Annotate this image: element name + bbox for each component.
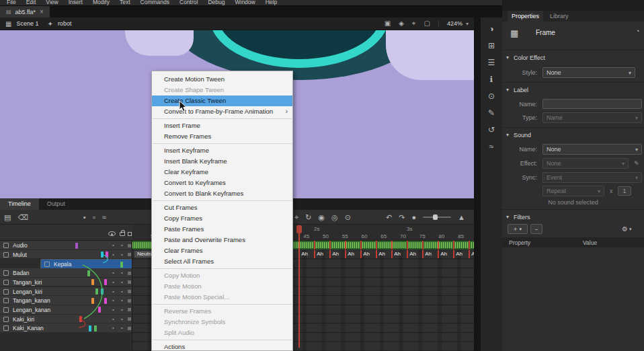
layer-row-audio[interactable]: Audio•• <box>0 241 132 250</box>
outline-color-swatch[interactable] <box>128 272 131 275</box>
section-filters[interactable]: ▾ Filters <box>502 213 644 223</box>
menu-item-copy-frames[interactable]: Copy Frames <box>152 213 292 224</box>
edit-sound-envelope-icon[interactable]: ✎ <box>634 160 639 167</box>
tween-view-icon[interactable]: ▪ <box>83 214 86 221</box>
close-tab-icon[interactable]: × <box>40 8 44 15</box>
lock-dot[interactable]: • <box>121 325 123 331</box>
lock-dot[interactable]: • <box>121 297 123 303</box>
menu-commands[interactable]: Commands <box>140 0 169 5</box>
delete-layer-icon[interactable]: ⌫ <box>17 214 28 221</box>
step-forward-icon[interactable]: ↷ <box>399 214 405 221</box>
document-tab[interactable]: ▤ ab5.fla* × <box>0 6 50 17</box>
timeline-resize-view-icon[interactable]: ▲ <box>458 214 465 221</box>
layer-row-mulut[interactable]: Mulut•• <box>0 250 132 260</box>
lock-dot[interactable]: • <box>121 307 123 313</box>
center-frame-icon[interactable]: ⌖ <box>294 214 298 221</box>
transform-icon[interactable]: ⊙ <box>483 90 499 102</box>
zoom-control[interactable]: 424% ▾ <box>438 20 469 27</box>
outline-color-swatch[interactable] <box>128 280 131 284</box>
outline-all-icon[interactable] <box>128 232 132 236</box>
menu-item-insert-blank-keyframe[interactable]: Insert Blank Keyframe <box>152 156 292 167</box>
layer-options-icon[interactable]: ▤ <box>4 214 11 221</box>
remove-filter-button[interactable]: − <box>530 224 542 234</box>
visibility-dot[interactable]: • <box>112 288 114 295</box>
outline-color-swatch[interactable] <box>128 299 131 303</box>
layer-row-lengan_kanan[interactable]: Lengan_kanan•• <box>0 305 132 315</box>
section-sound[interactable]: ▾ Sound <box>502 131 644 141</box>
fill-stage-icon[interactable]: ◈ <box>399 20 404 28</box>
tab-library[interactable]: Library <box>546 11 573 22</box>
menu-item-clear-frames[interactable]: Clear Frames <box>152 245 292 256</box>
menu-item-insert-keyframe[interactable]: Insert Keyframe <box>152 145 292 156</box>
tab-output[interactable]: Output <box>39 198 73 210</box>
layer-row-kaki_kiri[interactable]: Kaki_kiri•• <box>0 315 132 324</box>
onion-outline-icon[interactable]: ◎ <box>331 214 338 221</box>
section-color-effect[interactable]: ▾ Color Effect <box>502 54 644 63</box>
menu-item-paste-and-overwrite-frames[interactable]: Paste and Overwrite Frames <box>152 235 292 245</box>
menu-item-paste-frames[interactable]: Paste Frames <box>152 224 292 235</box>
outline-color-swatch[interactable] <box>128 290 131 293</box>
lock-dot[interactable]: • <box>121 288 123 295</box>
menu-help[interactable]: Help <box>266 0 277 5</box>
section-label[interactable]: ▾ Label <box>502 86 644 95</box>
lock-dot[interactable]: • <box>121 270 123 276</box>
swatches-icon[interactable]: ⊞ <box>483 40 499 52</box>
menu-item-remove-frames[interactable]: Remove Frames <box>152 131 292 142</box>
visibility-dot[interactable]: • <box>112 251 114 258</box>
menu-item-insert-frame[interactable]: Insert Frame <box>152 120 292 131</box>
playhead[interactable] <box>296 225 302 233</box>
layer-row-badan[interactable]: Badan•• <box>0 268 132 278</box>
camera-icon[interactable]: ▣ <box>385 20 391 28</box>
breadcrumb-symbol[interactable]: robot <box>58 20 72 27</box>
info-icon[interactable]: ℹ <box>483 73 499 85</box>
visibility-dot[interactable]: • <box>112 316 114 322</box>
timeline-zoom-slider[interactable] <box>423 217 451 218</box>
history-icon[interactable]: ↺ <box>483 124 499 136</box>
layer-row-tangan_kiri[interactable]: Tangan_kiri•• <box>0 278 132 287</box>
lock-all-icon[interactable] <box>120 232 125 236</box>
menu-item-convert-to-frame-by-frame-animation[interactable]: Convert to Frame-by-Frame Animation› <box>152 106 292 117</box>
onion-skin-icon[interactable]: ◉ <box>318 214 325 221</box>
play-icon[interactable]: ● <box>411 214 416 221</box>
menu-view[interactable]: View <box>46 0 58 5</box>
label-name-input[interactable] <box>542 99 642 109</box>
tab-timeline[interactable]: Timeline <box>0 198 39 210</box>
show-hide-all-icon[interactable] <box>108 231 116 236</box>
filter-options-button[interactable]: ⚙▾ <box>622 225 631 233</box>
clip-content-icon[interactable]: ▢ <box>424 20 430 28</box>
menu-debug[interactable]: Debug <box>208 0 225 5</box>
menu-item-convert-to-blank-keyframes[interactable]: Convert to Blank Keyframes <box>152 188 292 199</box>
breadcrumb-scene[interactable]: Scene 1 <box>16 20 38 27</box>
menu-item-create-classic-tween[interactable]: Create Classic Tween <box>152 95 292 106</box>
style-select[interactable]: None▾ <box>542 67 635 78</box>
advanced-layers-icon[interactable]: ≈ <box>102 214 106 221</box>
menu-control[interactable]: Control <box>179 0 198 5</box>
outline-color-swatch[interactable] <box>128 308 131 311</box>
outline-color-swatch[interactable] <box>128 317 131 321</box>
layer-row-tangan_kanan[interactable]: Tangan_kanan•• <box>0 296 132 305</box>
menu-file[interactable]: File <box>7 0 16 5</box>
outline-color-swatch[interactable] <box>128 327 131 330</box>
help-icon[interactable]: ◔ <box>635 27 640 35</box>
outline-color-swatch[interactable] <box>128 244 131 247</box>
layer-row-kaki_kanan[interactable]: Kaki_Kanan•• <box>0 323 132 333</box>
visibility-dot[interactable]: • <box>112 297 114 303</box>
camera-layer-icon[interactable]: ▫ <box>93 214 95 221</box>
visibility-dot[interactable]: • <box>112 242 114 248</box>
lock-dot[interactable]: • <box>121 316 123 322</box>
tab-properties[interactable]: Properties <box>508 11 543 22</box>
menu-item-actions[interactable]: Actions <box>152 342 292 351</box>
menu-item-clear-keyframe[interactable]: Clear Keyframe <box>152 167 292 178</box>
outline-color-swatch[interactable] <box>128 253 131 256</box>
lock-dot[interactable]: • <box>121 242 123 248</box>
menu-item-convert-to-keyframes[interactable]: Convert to Keyframes <box>152 178 292 188</box>
visibility-dot[interactable]: • <box>112 307 114 313</box>
menu-edit[interactable]: Edit <box>26 0 36 5</box>
brushes-icon[interactable]: ✎ <box>483 107 499 119</box>
menu-modify[interactable]: Modify <box>93 0 110 5</box>
layer-row-lengan_kiri[interactable]: Lengan_kiri•• <box>0 287 132 297</box>
center-stage-icon[interactable]: ⌖ <box>412 20 416 28</box>
color-icon[interactable]: ◑ <box>483 23 499 35</box>
menu-item-create-motion-tween[interactable]: Create Motion Tween <box>152 74 292 85</box>
visibility-dot[interactable]: • <box>112 325 114 331</box>
